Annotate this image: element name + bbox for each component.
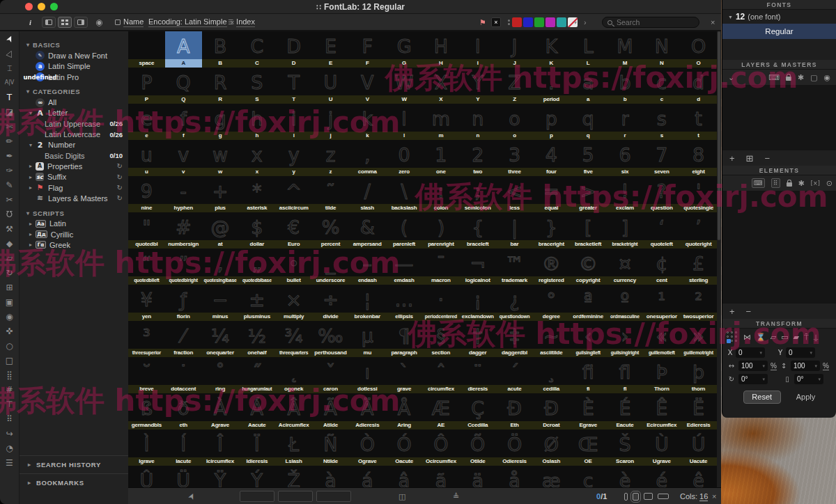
paste-tool-icon[interactable]: ▣ [0,294,19,309]
font-style-row[interactable]: Regular [722,24,836,39]
glyph-cell-germandbls[interactable]: ßgermandbls [128,393,165,430]
glyph-cell-F[interactable]: FF [349,31,386,68]
index-tab[interactable]: ☰ Index [228,14,255,31]
glyph-cell-Edieresis[interactable]: ËEdieresis [680,393,717,430]
statusbar-close-icon[interactable]: × [712,488,716,504]
glyph-cell-perthousand[interactable]: ‰perthousand [312,321,349,357]
vertical-scrollbar[interactable] [717,31,721,504]
glyph-cell-l[interactable]: ll [386,104,423,140]
reset-button[interactable]: Reset [743,391,781,404]
preview-tool-icon[interactable]: ◔ [0,441,19,455]
glyph-cell-d[interactable]: dd [680,68,717,104]
glyph-cell-r[interactable]: rr [607,104,644,140]
glyph-cell-AE[interactable]: ÆAE [423,393,460,430]
grid-view-button[interactable] [58,17,72,28]
glyph-cell-threesuperior[interactable]: ³threesuperior [128,321,165,357]
glyph-cell-x[interactable]: xx [238,140,275,176]
glyph-cell-V[interactable]: VV [349,68,386,104]
grid-icon[interactable]: ⠿ [771,178,780,188]
glyph-cell-plusminus[interactable]: ±plusminus [238,285,275,321]
glyph-cell-y[interactable]: yy [275,140,312,176]
sidebar-item-number[interactable]: ▾2Number [20,140,128,150]
glyph-cell-degree[interactable]: °degree [533,285,570,321]
glyph-cell-Euro[interactable]: €Euro [275,212,312,249]
glyph-cell-Eth[interactable]: ÐEth [496,393,533,430]
shapes-tool-icon[interactable]: ◉ [0,309,19,324]
glyph-cell-yen[interactable]: ¥yen [128,285,165,321]
glyph-cell-I[interactable]: II [459,31,496,68]
slant-left-icon[interactable]: ▱ [771,333,776,342]
sidebar-section-basics[interactable]: ▾BASICS [20,40,128,50]
glyph-cell-bullet[interactable]: •bullet [275,249,312,285]
sidebar-item-latin[interactable]: ▸AaLatin [20,219,128,229]
toolbar-close-icon[interactable]: × [711,14,715,31]
glyph-cell-Ograve[interactable]: ÒOgrave [349,430,386,466]
glyph-cell-fl[interactable]: ﬂfl [607,357,644,393]
glyph-cell-ampersand[interactable]: &ampersand [349,212,386,249]
glyph-cell-w[interactable]: ww [202,140,239,176]
sidebar-item-basic-digits[interactable]: Basic Digits0/10 [20,150,128,161]
glyph-cell-brokenbar[interactable]: ¦brokenbar [349,285,386,321]
glyph-cell-Odieresis[interactable]: ÖOdieresis [496,430,533,466]
x-input[interactable]: 0▾ [736,347,765,358]
glyph-cell-emdash[interactable]: —emdash [386,249,423,285]
copy-tool-icon[interactable]: ⊞ [0,280,19,294]
swatch-b526b5[interactable] [545,17,555,27]
glyph-cell-daggerdbl[interactable]: ‡daggerdbl [496,321,533,357]
flip-horizontal-icon[interactable]: ⋈ [743,333,751,342]
slant-input[interactable]: 0°▾ [794,374,823,384]
cell-size-s[interactable] [633,493,639,501]
glyph-cell-B[interactable]: BB [202,31,239,68]
bars-tool-icon[interactable]: ☰ [0,455,19,470]
glyph-cell-backslash[interactable]: \backslash [386,176,423,212]
gear-icon[interactable]: ✱ [798,73,804,82]
glyph-cell-breve[interactable]: ˘breve [128,357,165,393]
glyph-cell-macron[interactable]: ¯macron [423,249,460,285]
info-button[interactable]: i [29,14,31,31]
glyph-cell-Q[interactable]: QQ [165,68,202,104]
glyph-cell-o[interactable]: oo [496,104,533,140]
pencil-tool-icon[interactable]: ✏ [0,134,19,148]
glyph-cell-dotlessi[interactable]: ıdotlessi [349,357,386,393]
glyph-cell-Z[interactable]: ZZ [496,68,533,104]
glyph-cell-eight[interactable]: 8eight [680,140,717,176]
sidebar-item-all[interactable]: ∞All [20,97,128,107]
glyph-cell-J[interactable]: JJ [496,31,533,68]
glyph-cell-periodcentered[interactable]: ·periodcentered [423,285,460,321]
chevron-down-icon[interactable]: ⌄ [728,73,734,82]
knife-tool-icon[interactable]: ✄ [0,119,19,134]
expand-arrow[interactable]: › [584,14,587,31]
flip-vertical-icon[interactable]: ⌛ [756,333,766,342]
glyph-cell-percent[interactable]: %percent [312,212,349,249]
glyph-cell-onesuperior[interactable]: ¹onesuperior [643,285,680,321]
glyph-cell-Iacute[interactable]: ÍIacute [165,430,202,466]
sidebar-item-letter[interactable]: ▾ALetter [20,108,128,118]
glyph-cell-less[interactable]: <less [496,176,533,212]
height-input[interactable]: 100▾ [791,361,820,371]
rapid-tool-icon[interactable]: ✑ [0,163,19,178]
glyph-cell-cent[interactable]: ¢cent [643,249,680,285]
keyboard-icon[interactable]: ⌨ [752,178,765,188]
glyph-cell-q[interactable]: qq [570,104,607,140]
glyph-cell-six[interactable]: 6six [607,140,644,176]
glyph-cell-ellipsis[interactable]: …ellipsis [386,285,423,321]
glyph-cell-Thorn[interactable]: ÞThorn [643,357,680,393]
glyph-cell-a[interactable]: aa [570,68,607,104]
glyph-cell-two[interactable]: 2two [459,140,496,176]
glyph-cell-M[interactable]: MM [607,31,644,68]
sidebar-item-latin-simple[interactable]: aLatin Simple [20,61,128,72]
glyph-cell-Eacute[interactable]: ÉEacute [607,393,644,430]
metric-field-3[interactable] [316,491,351,502]
expand-arrow-icon[interactable]: ▸ [29,221,36,227]
glyph-cell-OE[interactable]: ŒOE [570,430,607,466]
glyph-cell-parenright[interactable]: )parenright [423,212,460,249]
grid-tool-icon[interactable]: ⣿ [0,368,19,382]
glyph-cell-Aring[interactable]: ÅAring [386,393,423,430]
glyph-cell-Oslash[interactable]: ØOslash [533,430,570,466]
keyboard-icon[interactable]: ⌨ [768,73,780,82]
refresh-icon[interactable]: ↻ [117,173,123,181]
slant-none-icon[interactable]: ▭ [781,333,788,342]
width-percent-label[interactable]: % [771,362,777,370]
glyph-cell-S[interactable]: SS [238,68,275,104]
glyph-cell-Otilde[interactable]: ÕOtilde [459,430,496,466]
